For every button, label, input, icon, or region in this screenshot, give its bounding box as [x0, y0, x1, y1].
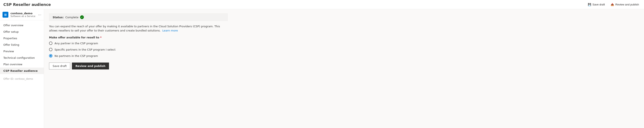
top-save-draft-label: Save draft [592, 3, 605, 6]
publish-icon: 📤 [611, 3, 614, 6]
sidebar-offer-id: Offer ID: contoso_demo [0, 76, 44, 83]
sidebar-nav: Offer overview Offer setup Properties Of… [0, 20, 44, 76]
radio-option-specific-partners[interactable]: Specific partners in the CSP program I s… [49, 48, 228, 51]
sidebar-item-preview[interactable]: Preview [0, 48, 44, 54]
sidebar-item-offer-setup[interactable]: Offer setup [0, 28, 44, 35]
save-draft-button[interactable]: Save draft [49, 62, 70, 70]
sidebar-item-properties[interactable]: Properties [0, 35, 44, 42]
sidebar-menu-icon[interactable]: ⋯ [38, 13, 41, 17]
sidebar-logo: ⊞ [2, 12, 8, 18]
radio-specific-partners-label: Specific partners in the CSP program I s… [54, 48, 116, 51]
radio-no-partners-indicator [49, 54, 52, 58]
sidebar-header: ⊞ contoso_demo Software as a Service ⋯ [0, 9, 44, 20]
logo-icon: ⊞ [4, 13, 7, 16]
radio-specific-partners-indicator [49, 48, 52, 51]
sidebar-item-csp-reseller[interactable]: CSP Reseller audience [0, 68, 44, 74]
status-check-icon: ✓ [80, 15, 84, 19]
top-save-draft-button[interactable]: 💾 Save draft [586, 2, 606, 7]
save-icon: 💾 [588, 3, 591, 6]
required-asterisk: * [99, 36, 102, 39]
radio-group: Any partner in the CSP program Specific … [49, 42, 228, 58]
company-subtitle: Software as a Service [10, 15, 36, 18]
sidebar-company: contoso_demo Software as a Service [10, 12, 36, 18]
layout: ⊞ contoso_demo Software as a Service ⋯ O… [0, 9, 644, 128]
radio-any-partner-label: Any partner in the CSP program [54, 42, 98, 45]
sidebar-item-offer-listing[interactable]: Offer listing [0, 42, 44, 48]
sidebar-item-plan-overview[interactable]: Plan overview [0, 61, 44, 68]
page-title: CSP Reseller audience [3, 2, 51, 7]
radio-option-any-partner[interactable]: Any partner in the CSP program [49, 42, 228, 45]
action-buttons: Save draft Review and publish [49, 62, 228, 70]
status-label: Status: [52, 16, 64, 19]
content-wrapper: Status: Complete ✓ You can expand the re… [44, 9, 233, 74]
main-content: Status: Complete ✓ You can expand the re… [44, 9, 644, 128]
status-bar: Status: Complete ✓ [49, 14, 228, 21]
top-review-publish-label: Review and publish [615, 3, 639, 6]
review-publish-button[interactable]: Review and publish [72, 62, 109, 70]
learn-more-link[interactable]: Learn more [162, 29, 178, 32]
form-section: Make offer available for resell to * Any… [49, 36, 228, 58]
status-value: Complete [66, 16, 78, 19]
sidebar: ⊞ contoso_demo Software as a Service ⋯ O… [0, 9, 44, 128]
description-text: You can expand the reach of your offer b… [49, 24, 228, 32]
radio-any-partner-indicator [49, 42, 52, 45]
radio-option-no-partners[interactable]: No partners in the CSP program [49, 54, 228, 58]
form-section-label: Make offer available for resell to * [49, 36, 228, 39]
radio-no-partners-label: No partners in the CSP program [54, 54, 98, 58]
top-bar-actions: 💾 Save draft 📤 Review and publish [586, 2, 641, 7]
top-bar: CSP Reseller audience 💾 Save draft 📤 Rev… [0, 0, 644, 9]
company-name: contoso_demo [10, 12, 36, 15]
sidebar-item-offer-overview[interactable]: Offer overview [0, 22, 44, 28]
top-review-publish-button[interactable]: 📤 Review and publish [609, 2, 641, 7]
sidebar-item-technical-configuration[interactable]: Technical configuration [0, 54, 44, 61]
